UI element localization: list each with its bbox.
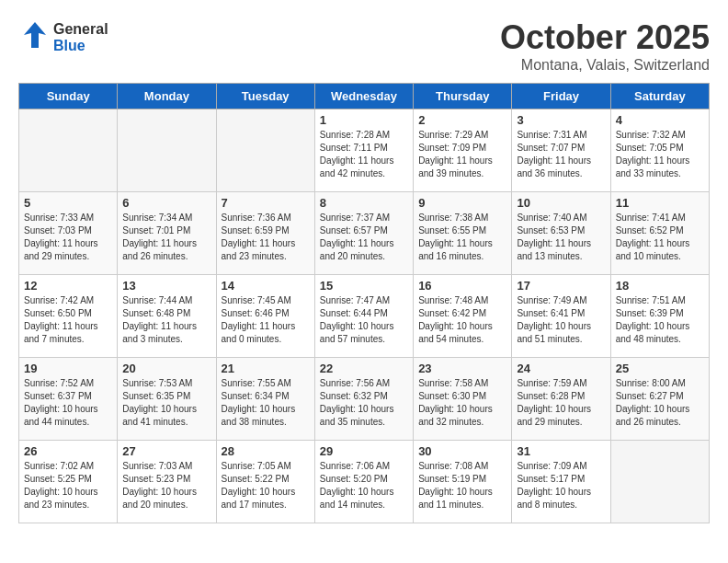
day-info: Sunrise: 7:31 AMSunset: 7:07 PMDaylight:… [517,129,605,180]
day-info: Sunrise: 7:28 AMSunset: 7:11 PMDaylight:… [320,129,408,180]
calendar-day-cell: 22Sunrise: 7:56 AMSunset: 6:32 PMDayligh… [314,358,413,441]
day-number: 5 [24,196,112,210]
day-number: 24 [517,362,605,375]
calendar-day-cell: 8Sunrise: 7:37 AMSunset: 6:57 PMDaylight… [314,192,413,275]
day-number: 20 [122,362,210,375]
day-info: Sunrise: 7:34 AMSunset: 7:01 PMDaylight:… [122,212,210,263]
calendar-day-cell: 24Sunrise: 7:59 AMSunset: 6:28 PMDayligh… [512,358,610,441]
day-number: 21 [222,362,310,375]
day-info: Sunrise: 7:33 AMSunset: 7:03 PMDaylight:… [24,212,112,263]
day-info: Sunrise: 7:47 AMSunset: 6:44 PMDaylight:… [320,294,408,346]
day-number: 28 [222,444,310,458]
day-header-row: SundayMondayTuesdayWednesdayThursdayFrid… [19,84,710,109]
calendar-day-cell: 5Sunrise: 7:33 AMSunset: 7:03 PMDaylight… [19,192,118,275]
day-info: Sunrise: 7:48 AMSunset: 6:42 PMDaylight:… [418,294,506,346]
day-info: Sunrise: 7:42 AMSunset: 6:50 PMDaylight:… [24,294,112,346]
day-info: Sunrise: 7:09 AMSunset: 5:17 PMDaylight:… [517,460,605,511]
day-number: 8 [320,196,408,210]
day-info: Sunrise: 7:36 AMSunset: 6:59 PMDaylight:… [222,212,310,263]
day-number: 30 [418,444,506,458]
calendar-day-cell: 4Sunrise: 7:32 AMSunset: 7:05 PMDaylight… [610,109,709,192]
day-info: Sunrise: 7:49 AMSunset: 6:41 PMDaylight:… [517,294,605,346]
calendar-day-cell: 28Sunrise: 7:05 AMSunset: 5:22 PMDayligh… [216,441,314,523]
logo-bird-icon [18,18,51,57]
calendar-week-row: 19Sunrise: 7:52 AMSunset: 6:37 PMDayligh… [19,358,710,441]
day-number: 18 [616,279,704,293]
day-number: 23 [418,362,506,375]
day-info: Sunrise: 7:51 AMSunset: 6:39 PMDaylight:… [616,294,704,346]
calendar-day-cell: 20Sunrise: 7:53 AMSunset: 6:35 PMDayligh… [118,358,216,441]
calendar-day-cell: 3Sunrise: 7:31 AMSunset: 7:07 PMDaylight… [512,109,610,192]
day-info: Sunrise: 8:00 AMSunset: 6:27 PMDaylight:… [616,377,704,429]
title-block: October 2025 Montana, Valais, Switzerlan… [500,18,710,74]
location-subtitle: Montana, Valais, Switzerland [500,57,710,74]
calendar-day-cell: 17Sunrise: 7:49 AMSunset: 6:41 PMDayligh… [512,275,610,358]
calendar-day-cell: 1Sunrise: 7:28 AMSunset: 7:11 PMDaylight… [314,109,413,192]
calendar-day-cell: 15Sunrise: 7:47 AMSunset: 6:44 PMDayligh… [314,275,413,358]
day-info: Sunrise: 7:41 AMSunset: 6:52 PMDaylight:… [616,212,704,263]
day-of-week-header: Thursday [414,84,512,109]
calendar-day-cell: 23Sunrise: 7:58 AMSunset: 6:30 PMDayligh… [414,358,512,441]
calendar-day-cell: 19Sunrise: 7:52 AMSunset: 6:37 PMDayligh… [19,358,118,441]
day-number: 12 [24,279,112,293]
calendar-week-row: 12Sunrise: 7:42 AMSunset: 6:50 PMDayligh… [19,275,710,358]
day-of-week-header: Monday [118,84,216,109]
day-of-week-header: Wednesday [314,84,413,109]
calendar-day-cell: 10Sunrise: 7:40 AMSunset: 6:53 PMDayligh… [512,192,610,275]
calendar-week-row: 26Sunrise: 7:02 AMSunset: 5:25 PMDayligh… [19,441,710,523]
day-info: Sunrise: 7:40 AMSunset: 6:53 PMDaylight:… [517,212,605,263]
month-title: October 2025 [500,18,710,57]
logo-general-text: General [53,21,108,38]
calendar-day-cell [118,109,216,192]
day-number: 29 [320,444,408,458]
calendar-week-row: 5Sunrise: 7:33 AMSunset: 7:03 PMDaylight… [19,192,710,275]
calendar-day-cell: 26Sunrise: 7:02 AMSunset: 5:25 PMDayligh… [19,441,118,523]
day-number: 17 [517,279,605,293]
calendar-day-cell: 7Sunrise: 7:36 AMSunset: 6:59 PMDaylight… [216,192,314,275]
day-info: Sunrise: 7:52 AMSunset: 6:37 PMDaylight:… [24,377,112,429]
day-info: Sunrise: 7:29 AMSunset: 7:09 PMDaylight:… [418,129,506,180]
day-number: 22 [320,362,408,375]
calendar-day-cell: 21Sunrise: 7:55 AMSunset: 6:34 PMDayligh… [216,358,314,441]
calendar-day-cell: 29Sunrise: 7:06 AMSunset: 5:20 PMDayligh… [314,441,413,523]
day-number: 26 [24,444,112,458]
day-info: Sunrise: 7:44 AMSunset: 6:48 PMDaylight:… [122,294,210,346]
day-number: 6 [122,196,210,210]
svg-marker-0 [24,22,46,48]
calendar-day-cell: 16Sunrise: 7:48 AMSunset: 6:42 PMDayligh… [414,275,512,358]
calendar-day-cell: 11Sunrise: 7:41 AMSunset: 6:52 PMDayligh… [610,192,709,275]
day-number: 15 [320,279,408,293]
page-header: General Blue October 2025 Montana, Valai… [18,18,710,74]
day-info: Sunrise: 7:58 AMSunset: 6:30 PMDaylight:… [418,377,506,429]
calendar-day-cell: 27Sunrise: 7:03 AMSunset: 5:23 PMDayligh… [118,441,216,523]
day-of-week-header: Friday [512,84,610,109]
calendar-day-cell: 13Sunrise: 7:44 AMSunset: 6:48 PMDayligh… [118,275,216,358]
day-of-week-header: Tuesday [216,84,314,109]
calendar-day-cell [216,109,314,192]
day-number: 4 [616,113,704,127]
calendar-day-cell: 12Sunrise: 7:42 AMSunset: 6:50 PMDayligh… [19,275,118,358]
day-info: Sunrise: 7:53 AMSunset: 6:35 PMDaylight:… [122,377,210,429]
day-number: 13 [122,279,210,293]
day-info: Sunrise: 7:56 AMSunset: 6:32 PMDaylight:… [320,377,408,429]
day-number: 7 [222,196,310,210]
day-info: Sunrise: 7:37 AMSunset: 6:57 PMDaylight:… [320,212,408,263]
day-info: Sunrise: 7:05 AMSunset: 5:22 PMDaylight:… [222,460,310,511]
day-info: Sunrise: 7:38 AMSunset: 6:55 PMDaylight:… [418,212,506,263]
day-number: 25 [616,362,704,375]
logo-blue-text: Blue [53,38,108,54]
day-number: 31 [517,444,605,458]
calendar-day-cell: 30Sunrise: 7:08 AMSunset: 5:19 PMDayligh… [414,441,512,523]
day-number: 16 [418,279,506,293]
calendar-day-cell [19,109,118,192]
day-info: Sunrise: 7:02 AMSunset: 5:25 PMDaylight:… [24,460,112,511]
calendar-day-cell [610,441,709,523]
day-info: Sunrise: 7:59 AMSunset: 6:28 PMDaylight:… [517,377,605,429]
calendar-day-cell: 2Sunrise: 7:29 AMSunset: 7:09 PMDaylight… [414,109,512,192]
day-info: Sunrise: 7:32 AMSunset: 7:05 PMDaylight:… [616,129,704,180]
logo: General Blue [18,18,108,57]
day-of-week-header: Sunday [19,84,118,109]
day-number: 14 [222,279,310,293]
day-number: 11 [616,196,704,210]
day-info: Sunrise: 7:06 AMSunset: 5:20 PMDaylight:… [320,460,408,511]
